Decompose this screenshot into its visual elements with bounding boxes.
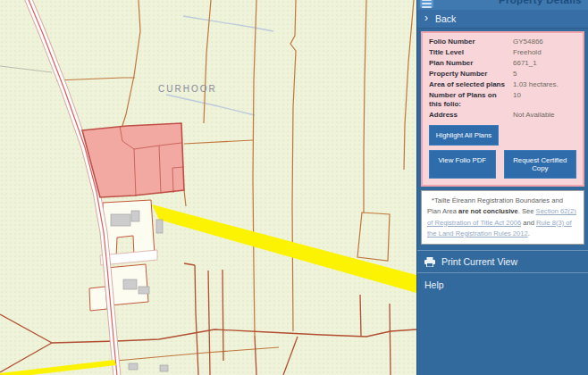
detail-label: Address [429, 111, 509, 120]
map-graphics: CURHOOR [0, 0, 416, 375]
print-label: Print Current View [441, 256, 517, 267]
land-registry-map-app: CURHOOR Property Details › Back Folio Nu… [0, 0, 588, 375]
sidebar-title: Property Details [499, 0, 582, 5]
map-background [0, 0, 416, 375]
detail-label: Plan Number [429, 59, 509, 68]
highlight-all-plans-button[interactable]: Highlight All Plans [429, 125, 499, 146]
disclaimer-text: . See [518, 207, 536, 215]
detail-label: Area of selected plans [429, 80, 509, 89]
townland-label: CURHOOR [158, 84, 217, 94]
detail-label: Folio Number [429, 38, 509, 46]
detail-value: 6671_1 [513, 59, 576, 68]
disclaimer-bold-text: are not conclusive [458, 207, 518, 215]
print-current-view-button[interactable]: Print Current View [417, 250, 588, 273]
disclaimer-text: and [521, 219, 536, 227]
detail-value: GY54866 [513, 38, 576, 46]
back-label: Back [435, 13, 456, 24]
back-button[interactable]: › Back [417, 10, 588, 29]
detail-value: Not Available [513, 111, 576, 120]
menu-icon[interactable] [420, 0, 433, 8]
property-details-sidebar: Property Details › Back Folio Number GY5… [416, 0, 588, 375]
selected-parcel-highlight[interactable] [82, 123, 184, 197]
printer-icon [424, 257, 435, 267]
detail-grid: Folio Number GY54866 Title Level Freehol… [429, 38, 576, 120]
chevron-right-icon: › [424, 12, 428, 23]
detail-value: 10 [513, 91, 576, 109]
view-folio-pdf-button[interactable]: View Folio PDF [429, 150, 496, 179]
request-certified-copy-button[interactable]: Request Certified Copy [504, 150, 576, 179]
property-details-panel: Folio Number GY54866 Title Level Freehol… [421, 31, 584, 187]
help-button[interactable]: Help [417, 273, 588, 296]
disclaimer-box: *Tailte Éireann Registration Boundaries … [421, 190, 584, 245]
detail-value: Freehold [513, 48, 576, 57]
help-label: Help [424, 279, 444, 290]
detail-label: Title Level [429, 48, 509, 57]
detail-label: Property Number [429, 70, 509, 79]
sidebar-header: Property Details [417, 0, 588, 10]
disclaimer-text: . [528, 229, 530, 238]
map-canvas[interactable]: CURHOOR [0, 0, 416, 375]
detail-label: Number of Plans on this folio: [429, 91, 509, 109]
detail-value: 5 [513, 70, 576, 79]
detail-value: 1.03 hectares. [513, 80, 576, 89]
